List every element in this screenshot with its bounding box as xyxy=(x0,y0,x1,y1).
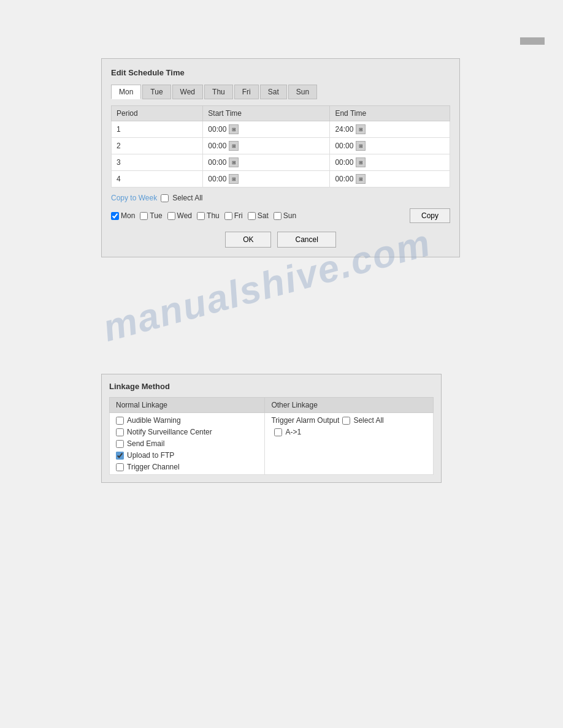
checkbox-tue[interactable] xyxy=(140,212,148,220)
top-bar xyxy=(520,34,545,45)
edit-schedule-dialog: Edit Schedule Time Mon Tue Wed Thu Fri S… xyxy=(101,58,460,257)
period-3: 3 xyxy=(112,154,203,171)
table-row: 3 00:00 ⊞ 00:00 ⊞ xyxy=(112,154,450,171)
col-end-time: End Time xyxy=(330,106,450,121)
dialog-title: Edit Schedule Time xyxy=(111,68,450,77)
end-spinner-2[interactable]: ⊞ xyxy=(356,141,366,151)
trigger-alarm-select-all-checkbox[interactable] xyxy=(342,417,350,425)
trigger-channel-item: Trigger Channel xyxy=(116,463,258,471)
checkbox-sun[interactable] xyxy=(274,212,282,220)
trigger-channel-checkbox[interactable] xyxy=(116,463,124,471)
a1-label: A->1 xyxy=(285,428,301,436)
trigger-channel-label: Trigger Channel xyxy=(127,463,180,471)
start-time-2[interactable]: 00:00 ⊞ xyxy=(203,138,330,154)
notify-surveillance-checkbox[interactable] xyxy=(116,428,124,436)
period-4: 4 xyxy=(112,171,203,188)
start-time-4[interactable]: 00:00 ⊞ xyxy=(203,171,330,188)
tab-thu[interactable]: Thu xyxy=(204,85,233,99)
audible-warning-item: Audible Warning xyxy=(116,416,258,425)
end-spinner-1[interactable]: ⊞ xyxy=(356,124,366,134)
col-start-time: Start Time xyxy=(203,106,330,121)
col-normal-linkage: Normal Linkage xyxy=(110,398,265,413)
ok-button[interactable]: OK xyxy=(225,232,271,248)
label-tue: Tue xyxy=(150,211,162,220)
upload-ftp-item: Upload to FTP xyxy=(116,451,258,460)
other-linkage-cell: Trigger Alarm Output Select All A->1 xyxy=(265,413,434,475)
upload-ftp-checkbox[interactable] xyxy=(116,452,124,460)
table-row: 2 00:00 ⊞ 00:00 ⊞ xyxy=(112,138,450,154)
notify-surveillance-item: Notify Surveillance Center xyxy=(116,428,258,436)
label-fri: Fri xyxy=(234,211,243,220)
cancel-button[interactable]: Cancel xyxy=(277,232,335,248)
check-tue: Tue xyxy=(140,211,162,220)
notify-surveillance-label: Notify Surveillance Center xyxy=(127,428,212,436)
period-2: 2 xyxy=(112,138,203,154)
table-row: 4 00:00 ⊞ 00:00 ⊞ xyxy=(112,171,450,188)
start-spinner-3[interactable]: ⊞ xyxy=(229,157,239,167)
linkage-method-panel: Linkage Method Normal Linkage Other Link… xyxy=(101,374,442,483)
dialog-actions: OK Cancel xyxy=(111,232,450,248)
col-period: Period xyxy=(112,106,203,121)
a1-item: A->1 xyxy=(274,428,427,436)
checkbox-wed[interactable] xyxy=(167,212,175,220)
select-all-label: Select All xyxy=(172,194,202,202)
check-thu: Thu xyxy=(197,211,220,220)
end-time-3[interactable]: 00:00 ⊞ xyxy=(330,154,450,171)
check-mon: Mon xyxy=(111,211,135,220)
end-time-1[interactable]: 24:00 ⊞ xyxy=(330,121,450,138)
label-sun: Sun xyxy=(283,211,296,220)
send-email-label: Send Email xyxy=(127,439,164,448)
audible-warning-checkbox[interactable] xyxy=(116,417,124,425)
day-checkboxes-row: Mon Tue Wed Thu Fri Sat Sun Copy xyxy=(111,208,450,223)
tab-sun[interactable]: Sun xyxy=(288,85,317,99)
checkbox-sat[interactable] xyxy=(248,212,256,220)
col-other-linkage: Other Linkage xyxy=(265,398,434,413)
trigger-alarm-row: Trigger Alarm Output Select All xyxy=(271,416,427,425)
schedule-table: Period Start Time End Time 1 00:00 ⊞ 24:… xyxy=(111,105,450,188)
top-bar-button[interactable] xyxy=(520,37,545,45)
start-spinner-1[interactable]: ⊞ xyxy=(229,124,239,134)
copy-button[interactable]: Copy xyxy=(410,208,450,223)
start-time-1[interactable]: 00:00 ⊞ xyxy=(203,121,330,138)
a1-checkbox[interactable] xyxy=(274,428,282,436)
checkbox-mon[interactable] xyxy=(111,212,119,220)
start-spinner-2[interactable]: ⊞ xyxy=(229,141,239,151)
table-row: 1 00:00 ⊞ 24:00 ⊞ xyxy=(112,121,450,138)
linkage-title: Linkage Method xyxy=(109,382,434,391)
send-email-item: Send Email xyxy=(116,439,258,448)
period-1: 1 xyxy=(112,121,203,138)
check-sat: Sat xyxy=(248,211,269,220)
tab-sat[interactable]: Sat xyxy=(260,85,287,99)
label-mon: Mon xyxy=(121,211,135,220)
tab-wed[interactable]: Wed xyxy=(172,85,203,99)
trigger-alarm-label: Trigger Alarm Output xyxy=(271,416,339,425)
start-spinner-4[interactable]: ⊞ xyxy=(229,174,239,184)
tab-fri[interactable]: Fri xyxy=(234,85,259,99)
end-time-2[interactable]: 00:00 ⊞ xyxy=(330,138,450,154)
label-thu: Thu xyxy=(207,211,220,220)
check-sun: Sun xyxy=(274,211,296,220)
start-time-3[interactable]: 00:00 ⊞ xyxy=(203,154,330,171)
day-tabs: Mon Tue Wed Thu Fri Sat Sun xyxy=(111,85,450,99)
end-spinner-4[interactable]: ⊞ xyxy=(356,174,366,184)
copy-week-row: Copy to Week Select All xyxy=(111,194,450,202)
check-fri: Fri xyxy=(224,211,243,220)
tab-tue[interactable]: Tue xyxy=(142,85,170,99)
checkbox-thu[interactable] xyxy=(197,212,205,220)
linkage-table: Normal Linkage Other Linkage Audible War… xyxy=(109,397,434,475)
linkage-row: Audible Warning Notify Surveillance Cent… xyxy=(110,413,434,475)
normal-linkage-cell: Audible Warning Notify Surveillance Cent… xyxy=(110,413,265,475)
copy-to-week-checkbox[interactable] xyxy=(161,194,169,202)
upload-ftp-label: Upload to FTP xyxy=(127,451,174,460)
copy-to-week-link[interactable]: Copy to Week xyxy=(111,194,157,202)
audible-warning-label: Audible Warning xyxy=(127,416,181,425)
end-time-4[interactable]: 00:00 ⊞ xyxy=(330,171,450,188)
checkbox-fri[interactable] xyxy=(224,212,232,220)
send-email-checkbox[interactable] xyxy=(116,440,124,448)
check-wed: Wed xyxy=(167,211,192,220)
label-wed: Wed xyxy=(177,211,192,220)
end-spinner-3[interactable]: ⊞ xyxy=(356,157,366,167)
trigger-alarm-select-all-label: Select All xyxy=(353,416,383,425)
tab-mon[interactable]: Mon xyxy=(111,85,141,99)
label-sat: Sat xyxy=(258,211,269,220)
